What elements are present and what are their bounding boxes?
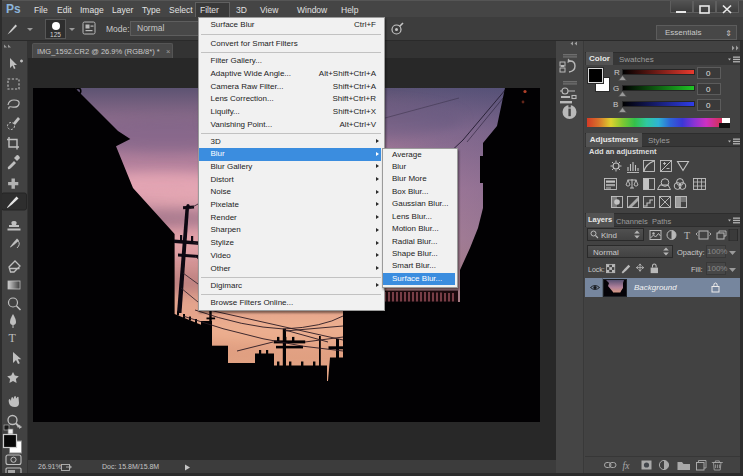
svg-text:T: T bbox=[684, 229, 690, 240]
svg-text:T: T bbox=[9, 331, 17, 345]
svg-text:fx: fx bbox=[623, 461, 631, 471]
